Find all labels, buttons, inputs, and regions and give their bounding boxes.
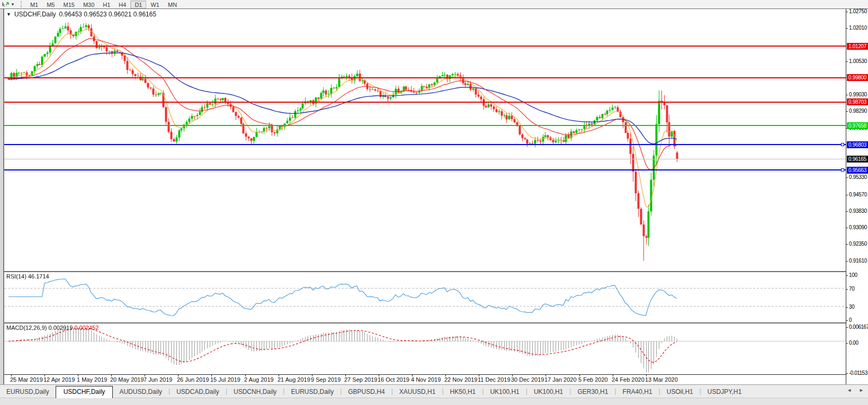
chart-tab-uk100-h1[interactable]: UK100,H1	[527, 386, 569, 398]
price-tick-label: 0.95330	[846, 174, 867, 181]
date-axis-label: 11 Dec 2019	[478, 376, 511, 383]
date-axis-label: 12 Apr 2019	[43, 376, 75, 383]
timeframe-button-h4[interactable]: H4	[114, 1, 130, 8]
rsi-panel: RSI(14) 46.1714	[4, 272, 846, 323]
timeframe-button-d1[interactable]: D1	[130, 1, 146, 8]
indicators-icon[interactable]	[2, 1, 9, 7]
chart-tab-eurusd-daily[interactable]: EURUSD,Daily	[0, 386, 56, 398]
tab-scroll-left-icon[interactable]: ◄	[847, 388, 852, 393]
level-price-badge: 0.96803	[847, 141, 868, 148]
date-axis-label: 2 Aug 2019	[244, 376, 274, 383]
rsi-tick-label: 30	[846, 304, 855, 310]
rsi-canvas[interactable]	[4, 272, 846, 322]
chart-tab-usdcnh-daily[interactable]: USDCNH,Daily	[227, 386, 283, 398]
symbol-dropdown-icon[interactable]: ▼	[6, 12, 11, 17]
toolbar-grip	[21, 1, 23, 7]
chart-tab-usdjpy-h1[interactable]: USDJPY,H1	[701, 386, 748, 398]
rsi-tick-label: 100	[846, 272, 857, 278]
chart-tab-eurusd-daily[interactable]: EURUSD,Daily	[284, 386, 340, 398]
left-splitter[interactable]	[0, 9, 4, 384]
timeframe-button-w1[interactable]: W1	[146, 1, 164, 8]
price-tick-label: 0.93830	[846, 208, 867, 214]
macd-canvas[interactable]	[4, 323, 846, 374]
timeframe-button-m30[interactable]: M30	[79, 1, 99, 8]
macd-signal-value: 0.002452	[74, 325, 99, 331]
date-axis-label: 15 Jul 2019	[210, 376, 240, 383]
rsi-label: RSI(14) 46.1714	[6, 273, 49, 280]
date-axis-label: 22 Nov 2019	[444, 376, 477, 383]
macd-panel: MACD(12,26,9) 0.002919 0.002452	[4, 323, 846, 375]
macd-label: MACD(12,26,9) 0.002919 0.002452	[6, 325, 99, 331]
date-axis-label: 25 Mar 2019	[10, 376, 43, 383]
price-tick-label: 0.99030	[846, 92, 867, 98]
chart-tab-gbpusd-h4[interactable]: GBPUSD,H4	[342, 386, 391, 398]
chart-tab-fra40-h1[interactable]: FRA40,H1	[616, 386, 659, 398]
chart-tab-usdcad-daily[interactable]: USDCAD,Daily	[170, 386, 226, 398]
price-tick-label: 0.93090	[846, 224, 867, 231]
date-axis[interactable]: 25 Mar 201912 Apr 20191 May 201920 May 2…	[4, 375, 846, 385]
timeframe-button-h1[interactable]: H1	[99, 1, 114, 8]
timeframe-button-m15[interactable]: M15	[59, 1, 78, 8]
date-axis-label: 13 Mar 2020	[645, 376, 678, 383]
chart-ohlc-values: 0.96453 0.96523 0.96021 0.96165	[59, 11, 157, 18]
price-tick-label: 0.94570	[846, 192, 867, 198]
level-price-badge: 1.01207	[847, 43, 868, 50]
date-axis-label: 16 Oct 2019	[378, 376, 409, 383]
chevron-down-icon[interactable]: ▼	[11, 2, 15, 7]
price-tick-label: 0.91610	[846, 258, 867, 264]
chart-title: ▼ USDCHF,Daily 0.96453 0.96523 0.96021 0…	[6, 11, 156, 18]
date-axis-label: 24 Feb 2020	[612, 376, 645, 383]
date-axis-label: 21 Aug 2019	[278, 376, 310, 383]
chart-workspace: ▼ USDCHF,Daily 0.96453 0.96523 0.96021 0…	[0, 8, 868, 384]
price-tick-label: 0.98290	[846, 108, 867, 114]
date-axis-label: 30 Dec 2019	[511, 376, 544, 383]
chart-tab-uk100-h1[interactable]: UK100,H1	[484, 386, 525, 398]
rsi-tick-label: 0	[846, 317, 852, 323]
macd-tick-label: 0.006167	[846, 324, 868, 330]
chart-tab-usoil-h1[interactable]: USOil,H1	[660, 386, 700, 398]
chart-tab-audusd-daily[interactable]: AUDUSD,Daily	[113, 386, 168, 398]
rsi-tick-label: 70	[846, 286, 855, 292]
chart-tab-ger30-h1[interactable]: GER30,H1	[571, 386, 614, 398]
timeframe-button-m1[interactable]: M1	[26, 1, 42, 8]
price-tick-label: 1.02010	[846, 25, 867, 31]
chart-tab-hk50-h1[interactable]: HK50,H1	[444, 386, 482, 398]
date-axis-label: 26 Jun 2019	[177, 376, 209, 383]
level-price-badge: 0.99800	[847, 74, 868, 81]
price-tick-label: 0.92350	[846, 241, 867, 247]
chart-tab-usdchf-daily[interactable]: USDCHF,Daily	[56, 386, 113, 398]
current-price-badge: 0.96165	[847, 156, 868, 163]
main-chart-panel: ▼ USDCHF,Daily 0.96453 0.96523 0.96021 0…	[4, 9, 846, 272]
timeframe-button-mn[interactable]: MN	[164, 1, 181, 8]
date-axis-label: 17 Jan 2020	[544, 376, 577, 383]
chart-stack: ▼ USDCHF,Daily 0.96453 0.96523 0.96021 0…	[4, 9, 846, 384]
price-chart-canvas[interactable]	[4, 9, 846, 271]
macd-tick-label: 0.00	[846, 340, 858, 346]
date-axis-label: 1 May 2019	[77, 376, 107, 383]
chart-symbol-label: USDCHF,Daily	[14, 11, 56, 18]
level-price-badge: 0.98703	[847, 98, 868, 105]
tab-scroll-right-icon[interactable]: ►	[859, 388, 864, 393]
timeframe-toolbar: ▼ M1M5M15M30H1H4D1W1MN	[0, 0, 868, 8]
date-axis-label: 5 Feb 2020	[578, 376, 608, 383]
date-axis-label: 20 May 2019	[110, 376, 144, 383]
chart-tab-xauusd-h1[interactable]: XAUUSD,H1	[393, 386, 442, 398]
timeframe-button-m5[interactable]: M5	[42, 1, 59, 8]
level-price-badge: 0.97658	[847, 122, 868, 129]
macd-tick-label: -0.011531	[846, 370, 868, 376]
date-axis-label: 27 Sep 2019	[344, 376, 377, 383]
level-price-badge: 0.95663	[847, 167, 868, 174]
date-axis-label: 7 Jun 2019	[144, 376, 172, 383]
status-strip	[0, 398, 868, 405]
price-tick-label: 1.00530	[846, 58, 867, 65]
chart-tab-bar: EURUSD,DailyUSDCHF,DailyAUDUSD,Daily|USD…	[0, 384, 868, 398]
date-axis-label: 9 Sep 2019	[311, 376, 341, 383]
price-axis[interactable]: 1.027501.020101.005300.990300.982900.975…	[846, 9, 868, 384]
price-tick-label: 1.02750	[846, 8, 867, 15]
date-axis-label: 4 Nov 2019	[411, 376, 441, 383]
mt4-window: ▼ M1M5M15M30H1H4D1W1MN ▼ USDCHF,Daily 0.…	[0, 0, 868, 405]
